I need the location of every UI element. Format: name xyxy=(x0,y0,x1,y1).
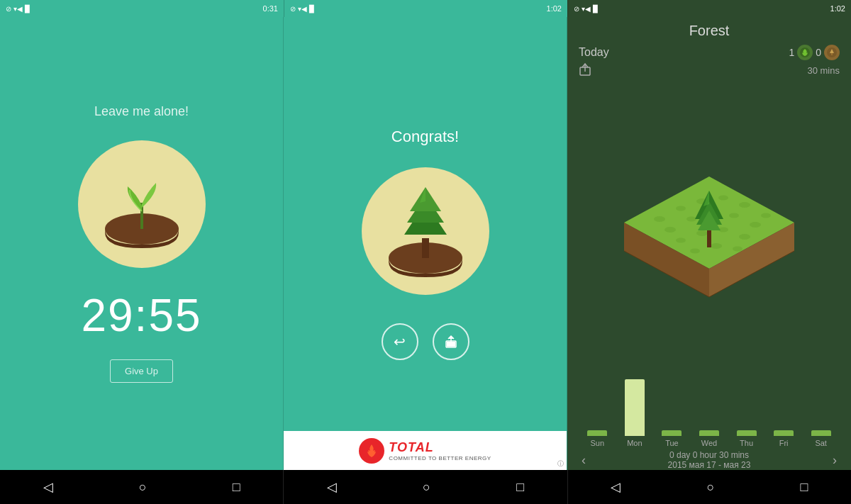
tree-svg xyxy=(376,181,475,281)
home-button-right[interactable]: ○ xyxy=(706,480,714,495)
day-mon: Mon xyxy=(625,439,645,447)
status-icons-right: ⊘ ▾◀ ▉ xyxy=(574,5,599,13)
svg-point-25 xyxy=(686,217,696,222)
svg-point-22 xyxy=(739,202,750,208)
chart-nav: ‹ 0 day 0 hour 30 mins 2015 мая 17 - мая… xyxy=(579,450,840,470)
isometric-forest-svg xyxy=(603,162,816,301)
status-icons-left: ⊘ ▾◀ ▉ xyxy=(6,5,30,13)
tree-circle xyxy=(362,167,489,295)
total-logo: TOTAL COMMITTED TO BETTER ENERGY xyxy=(359,438,491,464)
ad-info-icon: ⓘ xyxy=(557,459,564,469)
day-thu: Thu xyxy=(737,439,757,447)
svg-point-35 xyxy=(733,247,742,252)
share-icon[interactable] xyxy=(579,62,591,79)
leave-me-alone-text: Leave me alone! xyxy=(94,104,189,119)
svg-rect-3 xyxy=(422,238,429,258)
share-icon xyxy=(444,335,458,349)
ad-banner: TOTAL COMMITTED TO BETTER ENERGY ⓘ xyxy=(284,431,567,470)
timer-display: 29:55 xyxy=(81,289,201,342)
bar-wed xyxy=(691,430,728,436)
stats-line1: 0 day 0 hour 30 mins xyxy=(668,450,751,460)
nav-section-right: ◁ ○ □ xyxy=(567,470,851,504)
recent-button-middle[interactable]: □ xyxy=(516,480,524,495)
today-label: Today xyxy=(579,46,609,59)
nav-section-middle: ◁ ○ □ xyxy=(283,470,567,504)
congrats-text: Congrats! xyxy=(391,128,459,146)
bar-mon-fill xyxy=(625,379,645,436)
chart-area: Sun Mon Tue Wed Thu Fri Sat ‹ 0 day 0 ho… xyxy=(567,378,851,470)
svg-point-32 xyxy=(739,234,750,240)
day-sun: Sun xyxy=(587,439,607,447)
tree-coin-svg xyxy=(826,47,838,58)
bar-wed-fill xyxy=(699,430,719,436)
day-labels: Sun Mon Tue Wed Thu Fri Sat xyxy=(579,439,840,447)
home-button-left[interactable]: ○ xyxy=(139,480,147,495)
brown-coin-icon xyxy=(824,45,840,60)
total-tagline: COMMITTED TO BETTER ENERGY xyxy=(389,455,491,461)
time-middle: 1:02 xyxy=(547,4,562,13)
day-fri: Fri xyxy=(774,439,794,447)
svg-point-28 xyxy=(750,222,761,228)
time-left: 0:31 xyxy=(263,4,278,13)
bar-tue xyxy=(653,430,691,436)
status-bar-middle: ⊘ ▾◀ ▉ 1:02 xyxy=(284,0,567,17)
bar-tue-fill xyxy=(662,430,682,436)
svg-point-27 xyxy=(729,213,739,218)
home-button-middle[interactable]: ○ xyxy=(423,480,430,495)
nav-section-left: ◁ ○ □ xyxy=(0,470,283,504)
forest-title: Forest xyxy=(579,23,840,39)
day-sat: Sat xyxy=(811,439,831,447)
chart-prev-button[interactable]: ‹ xyxy=(582,453,586,468)
bar-sun-fill xyxy=(587,430,607,436)
bar-fri-fill xyxy=(774,430,794,436)
bar-sun xyxy=(579,430,616,436)
recent-button-left[interactable]: □ xyxy=(233,480,240,495)
forest-visual xyxy=(567,85,851,378)
forest-stats-row: Today 1 0 xyxy=(579,45,840,60)
green-coin-icon xyxy=(797,45,813,60)
status-bar-right: ⊘ ▾◀ ▉ 1:02 xyxy=(567,0,851,17)
total-flame-icon xyxy=(362,441,382,461)
tree-coins-count: 0 xyxy=(816,47,821,58)
svg-point-29 xyxy=(676,238,686,243)
action-buttons: ↩ xyxy=(382,323,469,360)
seedling-circle xyxy=(78,140,206,268)
seedling-svg xyxy=(92,155,191,254)
give-up-button[interactable]: Give Up xyxy=(110,359,173,383)
back-button-middle[interactable]: ◁ xyxy=(327,479,337,495)
chart-next-button[interactable]: › xyxy=(833,453,837,468)
back-button-left[interactable]: ◁ xyxy=(43,479,53,495)
svg-point-33 xyxy=(690,249,700,254)
stats-line2: 2015 мая 17 - мая 23 xyxy=(668,460,751,470)
back-button-right[interactable]: ◁ xyxy=(611,479,621,495)
time-right: 1:02 xyxy=(830,4,845,13)
svg-point-34 xyxy=(711,243,722,249)
bar-thu xyxy=(728,430,765,436)
chart-stats: 0 day 0 hour 30 mins 2015 мая 17 - мая 2… xyxy=(668,450,751,470)
bar-mon xyxy=(616,379,654,436)
leaf-coin-svg xyxy=(799,47,811,58)
recent-button-right[interactable]: □ xyxy=(801,480,808,495)
status-bar-left: ⊘ ▾◀ ▉ 0:31 xyxy=(0,0,284,17)
share-button[interactable] xyxy=(433,323,469,360)
total-circle-logo xyxy=(359,438,384,464)
panel-congrats: Congrats! ↩ xyxy=(284,17,567,470)
bar-sat-fill xyxy=(811,430,831,436)
svg-point-18 xyxy=(654,216,665,222)
status-icons-middle: ⊘ ▾◀ ▉ xyxy=(290,5,315,13)
day-wed: Wed xyxy=(699,439,719,447)
bar-thu-fill xyxy=(737,430,757,436)
svg-rect-40 xyxy=(707,230,711,247)
svg-rect-14 xyxy=(831,53,833,55)
share-svg xyxy=(579,62,591,76)
day-tue: Tue xyxy=(662,439,682,447)
mins-label: 30 mins xyxy=(807,65,840,76)
svg-point-23 xyxy=(761,213,771,218)
undo-button[interactable]: ↩ xyxy=(382,323,418,360)
bar-sat xyxy=(802,430,840,436)
panel-leave-me-alone: Leave me alone! 29:55 Give Up xyxy=(0,17,284,470)
share-row: 30 mins xyxy=(579,62,840,79)
svg-point-24 xyxy=(664,227,676,233)
svg-point-21 xyxy=(718,196,728,201)
forest-header: Forest Today 1 0 xyxy=(567,17,851,85)
